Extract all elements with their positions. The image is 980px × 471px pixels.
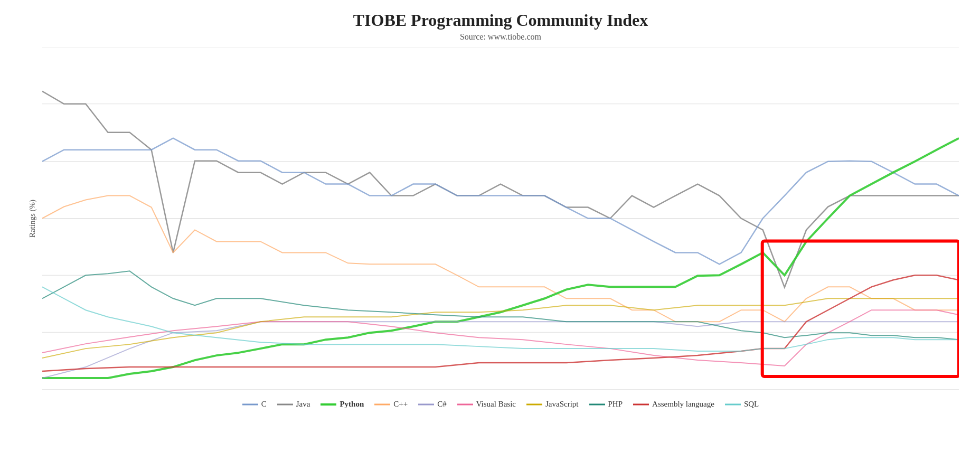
assembly-line (42, 275, 959, 371)
chart-area: Ratings (%) 0 5 10 15 20 25 30 2002 2004 (42, 47, 959, 390)
y-axis-label: Ratings (%) (28, 199, 37, 237)
red-highlight-box (762, 241, 959, 376)
chart-subtitle: Source: www.tiobe.com (42, 32, 959, 42)
visual-basic-line (42, 310, 959, 366)
sql-line (42, 287, 959, 351)
chart-container: TIOBE Programming Community Index Source… (0, 0, 980, 471)
legend-label-js: JavaScript (545, 400, 578, 409)
legend-item-cpp: C++ (374, 400, 408, 409)
legend-item-python: Python (321, 400, 364, 409)
legend-item-sql: SQL (725, 400, 759, 409)
legend-label-assembly: Assembly language (652, 400, 714, 409)
legend-label-sql: SQL (744, 400, 759, 409)
chart-title: TIOBE Programming Community Index (42, 11, 959, 30)
legend-label-php: PHP (608, 400, 623, 409)
legend-item-vb: Visual Basic (457, 400, 516, 409)
main-chart-svg: 0 5 10 15 20 25 30 2002 2004 2006 2008 2… (42, 47, 959, 390)
python-line (42, 138, 959, 378)
php-line (42, 271, 959, 340)
legend-item-assembly: Assembly language (633, 400, 714, 409)
javascript-line (42, 298, 959, 358)
legend-label-csharp: C# (437, 400, 447, 409)
legend-label-c: C (261, 400, 267, 409)
legend: C Java Python C++ C# Visual Basic JavaSc… (42, 400, 959, 409)
legend-item-csharp: C# (418, 400, 447, 409)
java-line (42, 91, 959, 287)
legend-label-java: Java (296, 400, 310, 409)
legend-item-php: PHP (589, 400, 623, 409)
legend-item-java: Java (277, 400, 310, 409)
legend-label-vb: Visual Basic (476, 400, 516, 409)
legend-label-cpp: C++ (393, 400, 408, 409)
legend-label-python: Python (340, 400, 364, 409)
legend-item-js: JavaScript (526, 400, 578, 409)
legend-item-c: C (242, 400, 267, 409)
